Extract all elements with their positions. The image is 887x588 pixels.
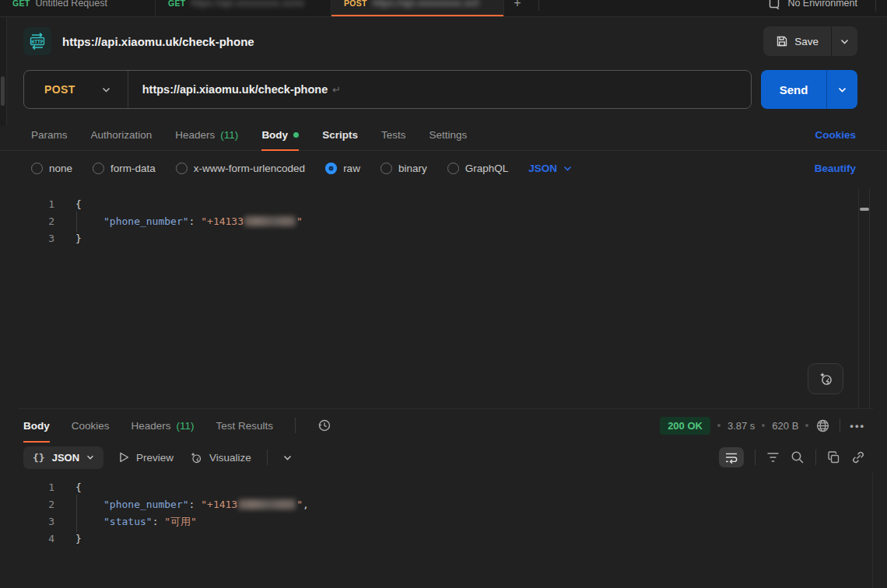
language-dropdown[interactable]: JSON	[528, 163, 572, 174]
body-type-form-data[interactable]: form-data	[93, 163, 156, 174]
save-split-button: Save	[763, 26, 857, 56]
request-body-editor[interactable]: 1{2"phone_number": "+14133"3}	[19, 188, 873, 409]
code-token: :	[189, 499, 202, 510]
beautify-link[interactable]: Beautify	[815, 163, 856, 174]
tab-tests[interactable]: Tests	[381, 120, 406, 150]
method-dropdown[interactable]: POST	[24, 71, 128, 108]
send-options-button[interactable]	[826, 70, 857, 109]
filter-button[interactable]	[766, 452, 780, 463]
chevron-down-icon	[838, 87, 847, 93]
chevron-down-icon	[283, 455, 292, 460]
code-token: ,	[303, 499, 309, 510]
workspace-tab-active[interactable]: POST https://api.xxxxxxxxx.xx/t	[331, 0, 504, 17]
postbot-button[interactable]	[808, 363, 843, 394]
method-value: POST	[44, 83, 75, 96]
url-bar: POST https://api.xiaomu.uk/check-phone↵	[23, 70, 752, 109]
body-type-row: none form-data x-www-form-urlencoded raw…	[0, 151, 887, 185]
sparkle-icon	[818, 371, 833, 387]
response-tab-body[interactable]: Body	[23, 409, 50, 442]
response-time: 3.87 s	[727, 420, 755, 432]
response-format-dropdown[interactable]: {} JSON	[23, 446, 103, 469]
body-type-binary[interactable]: binary	[380, 163, 427, 174]
save-response-link-button[interactable]	[851, 450, 865, 464]
code-token: "可用"	[164, 516, 197, 527]
dot-separator	[762, 424, 765, 427]
url-input[interactable]: https://api.xiaomu.uk/check-phone↵	[128, 83, 341, 96]
workspace-tab-bar: GET Untitled Request GET https://api.xxx…	[0, 0, 887, 17]
body-type-raw[interactable]: raw	[325, 163, 360, 174]
modified-dot-icon	[293, 132, 299, 138]
visualize-button[interactable]: Visualize	[189, 451, 251, 464]
code-line: 3"status": "可用"	[19, 513, 872, 530]
braces-icon: {}	[33, 452, 45, 464]
environment-selector[interactable]: No Environment	[787, 0, 857, 9]
copy-button[interactable]	[827, 451, 840, 464]
visualize-options-button[interactable]	[283, 455, 292, 460]
code-line: 3}	[19, 230, 873, 247]
code-token: "	[296, 215, 303, 227]
return-symbol: ↵	[332, 84, 341, 96]
save-options-button[interactable]	[831, 26, 857, 56]
redacted-value	[238, 499, 296, 509]
preview-button[interactable]: Preview	[119, 452, 174, 464]
line-number: 3	[19, 230, 54, 247]
tab-headers[interactable]: Headers (11)	[175, 120, 238, 150]
wrap-text-button[interactable]	[719, 447, 744, 467]
search-icon	[791, 450, 805, 464]
response-tab-cookies[interactable]: Cookies	[72, 409, 110, 442]
cookies-link[interactable]: Cookies	[815, 129, 856, 141]
chevron-down-icon	[563, 166, 572, 171]
play-icon	[119, 452, 129, 463]
search-button[interactable]	[791, 450, 805, 464]
collapsed-sidebar-strip	[0, 17, 7, 126]
response-body-viewer[interactable]: 1{2"phone_number": "+1413",3"status": "可…	[19, 473, 873, 588]
radio-icon	[380, 163, 392, 174]
scrollbar-handle[interactable]	[860, 208, 869, 211]
response-history-button[interactable]	[317, 418, 331, 432]
code-line: 1{	[19, 196, 873, 213]
body-type-graphql[interactable]: GraphQL	[447, 163, 509, 174]
code-token: "phone_number"	[103, 499, 189, 510]
response-toolbar: {} JSON Preview Visualize	[0, 442, 887, 473]
code-token: }	[75, 533, 82, 544]
divider	[755, 450, 756, 465]
body-type-urlencoded[interactable]: x-www-form-urlencoded	[176, 163, 305, 174]
tab-body[interactable]: Body	[261, 120, 299, 150]
divider	[815, 450, 816, 465]
divider	[875, 0, 876, 12]
code-token: "phone_number"	[103, 215, 189, 227]
line-number: 2	[19, 213, 54, 230]
line-number: 3	[19, 513, 54, 530]
workspace-tab-2[interactable]: GET https://api.xxxxxxxxx.xx/xx	[156, 0, 331, 17]
send-split-button: Send	[761, 70, 857, 109]
scrollbar[interactable]	[858, 188, 870, 408]
save-button[interactable]: Save	[763, 26, 831, 56]
tab-params[interactable]: Params	[31, 120, 68, 150]
headers-count: (11)	[220, 129, 238, 141]
send-button[interactable]: Send	[761, 70, 826, 109]
line-number: 2	[19, 496, 54, 513]
response-tab-test-results[interactable]: Test Results	[216, 409, 274, 442]
line-number: 1	[19, 196, 54, 213]
request-header: HTTP https://api.xiaomu.uk/check-phone S…	[0, 17, 887, 65]
radio-icon	[93, 163, 104, 174]
network-globe-icon[interactable]	[815, 418, 830, 433]
more-options-button[interactable]: •••	[850, 420, 865, 432]
http-protocol-icon: HTTP	[23, 27, 51, 55]
tab-settings[interactable]: Settings	[429, 120, 467, 150]
code-token: "+1413	[201, 499, 237, 510]
dot-separator	[805, 424, 808, 427]
headers-count: (11)	[177, 420, 195, 432]
body-type-none[interactable]: none	[31, 163, 72, 174]
new-tab-button[interactable]: +	[504, 0, 531, 17]
sidebar-resize-handle[interactable]	[1, 76, 5, 106]
url-row: POST https://api.xiaomu.uk/check-phone↵ …	[23, 70, 857, 109]
response-tab-headers[interactable]: Headers (11)	[131, 409, 195, 442]
divider	[840, 418, 840, 432]
divider	[538, 0, 539, 11]
divider	[267, 450, 268, 465]
tab-scripts[interactable]: Scripts	[322, 120, 358, 150]
workspace-tab-untitled[interactable]: GET Untitled Request	[0, 0, 156, 17]
tab-authorization[interactable]: Authorization	[91, 120, 153, 150]
code-token: :	[189, 215, 202, 227]
